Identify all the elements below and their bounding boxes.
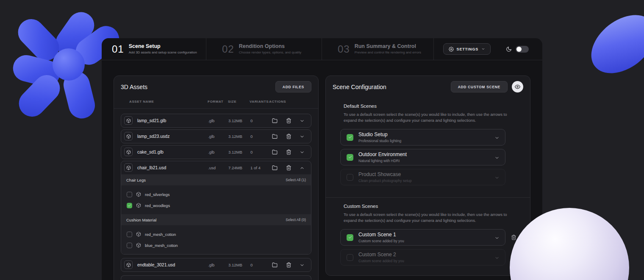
custom-scenes-title: Custom Scenes xyxy=(344,204,519,209)
settings-button[interactable]: SETTINGS xyxy=(443,43,491,55)
moon-icon xyxy=(506,46,512,52)
variant-item[interactable]: red_mesh_cotton xyxy=(121,229,311,240)
variant-group-title: Chair Legs xyxy=(126,178,146,182)
theme-control xyxy=(506,46,529,53)
cube-icon xyxy=(136,232,141,237)
asset-size: 3.12MB xyxy=(228,130,242,143)
open-folder-button[interactable] xyxy=(272,130,278,143)
scene-config-title: Scene Configuration xyxy=(333,84,386,90)
asset-row-expanded[interactable]: chair_lb21.usd .usd 7.24MB 1 of 4 Chair … xyxy=(121,161,311,255)
dark-mode-toggle[interactable] xyxy=(516,46,529,53)
open-folder-button[interactable] xyxy=(272,146,278,159)
scene-item-outdoor-environment[interactable]: Outdoor Environment Natural lighting wit… xyxy=(340,149,505,165)
expand-row-button[interactable] xyxy=(300,258,305,272)
scene-checkbox-checked[interactable] xyxy=(347,134,353,141)
expand-row-button[interactable] xyxy=(300,146,305,159)
variant-item[interactable]: red_woodlegs xyxy=(121,200,311,211)
variant-checkbox-checked[interactable] xyxy=(127,203,132,208)
column-variants: VARIANTS xyxy=(250,100,269,104)
scene-checkbox-unchecked[interactable] xyxy=(347,254,353,261)
expand-scene-button[interactable] xyxy=(494,169,500,186)
folder-icon xyxy=(272,134,278,139)
assets-title: 3D Assets xyxy=(121,84,147,90)
step-scene-setup[interactable]: 01 Scene Setup Add 3D assets and setup s… xyxy=(102,38,206,60)
variant-checkbox[interactable] xyxy=(127,243,132,248)
check-icon xyxy=(348,155,352,159)
page: 01 Scene Setup Add 3D assets and setup s… xyxy=(0,0,644,280)
variant-name: red_silverlegs xyxy=(145,192,170,197)
cube-icon xyxy=(124,163,133,172)
expand-scene-button[interactable] xyxy=(494,149,500,166)
header-actions: SETTINGS xyxy=(434,38,542,60)
asset-name: cake_sd1.glb xyxy=(137,146,164,159)
collapse-row-button[interactable] xyxy=(300,161,305,174)
trash-icon xyxy=(286,149,291,155)
main-panel: 01 Scene Setup Add 3D assets and setup s… xyxy=(102,38,542,280)
open-folder-button[interactable] xyxy=(272,114,278,127)
scene-item-product-showcase[interactable]: Product Showcase Clean product photograp… xyxy=(340,169,505,185)
step-number: 01 xyxy=(112,43,124,55)
variant-item[interactable]: red_silverlegs xyxy=(121,189,311,200)
cube-icon xyxy=(136,243,141,248)
folder-icon xyxy=(272,149,278,155)
delete-asset-button[interactable] xyxy=(286,161,291,174)
scene-item-custom-scene-1[interactable]: Custom Scene 1 Custom scene added by you xyxy=(340,229,505,246)
expand-row-button[interactable] xyxy=(300,114,305,127)
select-all-button[interactable]: Select All (0) xyxy=(286,218,306,222)
variant-item[interactable]: blue_mesh_cotton xyxy=(121,240,311,251)
asset-size: 3.12MB xyxy=(228,146,242,159)
cube-icon xyxy=(124,148,133,156)
asset-row[interactable]: endtable_3021.usd .glb 3.12MB 0 xyxy=(121,258,311,272)
scene-title: Custom Scene 2 xyxy=(358,252,404,258)
variant-checkbox[interactable] xyxy=(127,192,132,197)
scene-item-custom-scene-2[interactable]: Custom Scene 2 Custom scene added by you xyxy=(340,249,505,266)
delete-custom-scene-button[interactable] xyxy=(511,235,516,240)
scene-checkbox-checked[interactable] xyxy=(347,234,353,241)
step-rendition-options[interactable]: 02 Rendition Options Choose render types… xyxy=(206,38,322,60)
variant-name: red_woodlegs xyxy=(145,203,170,208)
variant-group-header: Cushion Material Select All (0) xyxy=(121,214,311,225)
scene-checkbox-unchecked[interactable] xyxy=(347,174,353,181)
asset-format: .glb xyxy=(208,130,214,143)
open-folder-button[interactable] xyxy=(272,258,278,272)
delete-asset-button[interactable] xyxy=(286,114,291,127)
asset-variants: 1 of 4 xyxy=(250,161,261,174)
chevron-down-icon xyxy=(300,134,305,139)
step-subtitle: Add 3D assets and setup scene configurat… xyxy=(129,50,197,54)
asset-row[interactable]: lamp_sd23.usdz .glb 3.12MB 0 xyxy=(121,129,311,143)
preview-button[interactable] xyxy=(512,81,523,92)
check-icon xyxy=(348,235,352,239)
step-number: 03 xyxy=(338,43,350,55)
expand-scene-button[interactable] xyxy=(494,230,500,246)
step-title: Run Summary & Control xyxy=(355,44,421,50)
delete-asset-button[interactable] xyxy=(286,146,291,159)
asset-size: 3.12MB xyxy=(228,258,242,272)
scene-checkbox-checked[interactable] xyxy=(347,154,353,161)
scene-card-header: Scene Configuration ADD CUSTOM SCENE xyxy=(326,76,530,98)
asset-variants: 0 xyxy=(250,130,253,143)
add-files-button[interactable]: ADD FILES xyxy=(275,81,311,92)
chevron-down-icon xyxy=(300,263,305,268)
open-folder-button[interactable] xyxy=(272,161,278,174)
expand-scene-button[interactable] xyxy=(494,249,500,266)
scene-subtitle: Custom scene added by you xyxy=(358,239,404,243)
add-custom-scene-button[interactable]: ADD CUSTOM SCENE xyxy=(451,81,508,92)
check-icon xyxy=(348,135,352,139)
variant-checkbox[interactable] xyxy=(127,232,132,237)
asset-row[interactable]: cake_sd1.glb .glb 3.12MB 0 xyxy=(121,145,311,159)
select-all-button[interactable]: Select All (1) xyxy=(286,178,306,182)
asset-name: lamp_sd21.glb xyxy=(137,114,166,127)
delete-asset-button[interactable] xyxy=(286,258,291,272)
cube-icon xyxy=(136,203,141,208)
delete-asset-button[interactable] xyxy=(286,130,291,143)
expand-scene-button[interactable] xyxy=(494,129,500,146)
assets-card: 3D Assets ADD FILES ASSET NAME FORMAT SI… xyxy=(114,76,319,280)
column-size: SIZE xyxy=(228,100,236,104)
scene-item-studio-setup[interactable]: Studio Setup Professional studio lightin… xyxy=(340,129,505,146)
asset-row[interactable]: lamp_sd21.glb .glb 3.12MB 0 xyxy=(121,114,311,128)
step-run-summary[interactable]: 03 Run Summary & Control Preview and con… xyxy=(322,38,434,60)
expand-row-button[interactable] xyxy=(300,130,305,143)
column-actions: ACTIONS xyxy=(269,100,286,104)
trash-icon xyxy=(286,134,291,139)
chevron-down-icon xyxy=(300,150,305,155)
